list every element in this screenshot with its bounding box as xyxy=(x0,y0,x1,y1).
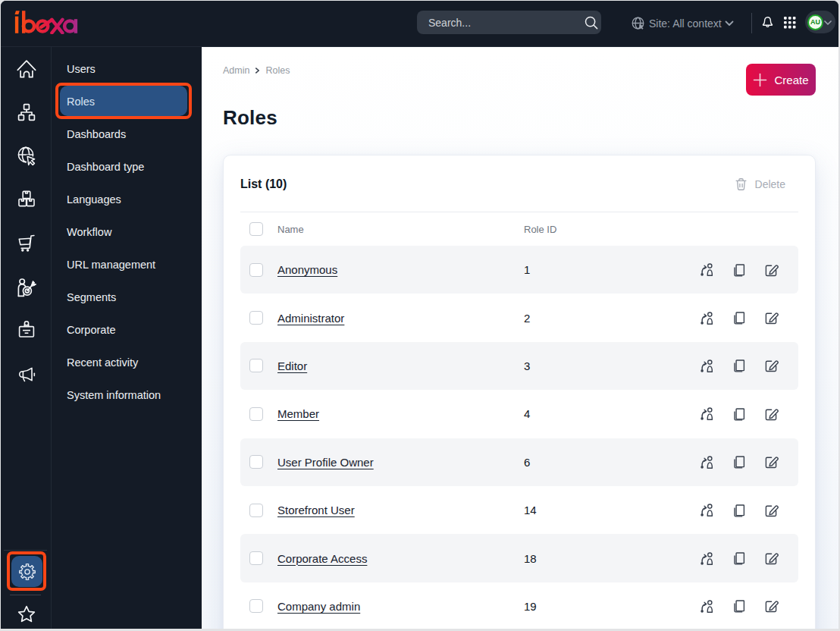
content-tree-icon[interactable] xyxy=(1,96,52,129)
sidebar-item-languages[interactable]: Languages xyxy=(52,183,202,215)
sidebar-item-corporate[interactable]: Corporate xyxy=(52,313,202,346)
copy-icon[interactable] xyxy=(732,551,747,566)
role-id: 1 xyxy=(524,263,530,276)
breadcrumb: Admin Roles xyxy=(223,65,290,76)
edit-icon[interactable] xyxy=(763,407,779,422)
breadcrumb-chevron-icon xyxy=(255,67,260,74)
app-window: Site: All context AU xyxy=(1,1,838,629)
marketing-megaphone-icon[interactable] xyxy=(1,356,52,390)
edit-icon[interactable] xyxy=(763,598,779,614)
create-button[interactable]: Create xyxy=(746,64,816,96)
assign-users-icon[interactable] xyxy=(699,551,715,567)
edit-icon[interactable] xyxy=(763,503,779,518)
sidebar-item-dashboard-type[interactable]: Dashboard type xyxy=(52,150,202,183)
edit-icon[interactable] xyxy=(763,358,779,373)
row-checkbox[interactable] xyxy=(249,311,263,325)
assign-users-icon[interactable] xyxy=(699,502,715,518)
bookmarks-star-icon[interactable] xyxy=(1,604,52,625)
role-link[interactable]: Administrator xyxy=(277,312,344,325)
role-link[interactable]: User Profile Owner xyxy=(277,456,374,469)
sidebar-item-dashboards[interactable]: Dashboards xyxy=(52,118,202,150)
assign-users-icon[interactable] xyxy=(699,406,715,422)
app-switcher-grid-icon[interactable] xyxy=(784,17,796,29)
commerce-cart-icon[interactable] xyxy=(1,225,52,259)
table-row: Editor 3 xyxy=(240,342,798,390)
copy-icon[interactable] xyxy=(732,407,747,422)
dashboard-home-icon[interactable] xyxy=(1,52,52,86)
topbar: Site: All context AU xyxy=(1,1,838,46)
assign-users-icon[interactable] xyxy=(699,310,715,326)
assign-users-icon[interactable] xyxy=(699,598,715,614)
assign-users-icon[interactable] xyxy=(699,358,715,374)
sidebar-item-system-information[interactable]: System information xyxy=(52,378,202,411)
role-id: 6 xyxy=(524,456,530,469)
breadcrumb-admin[interactable]: Admin xyxy=(223,65,249,76)
copy-icon[interactable] xyxy=(732,262,747,278)
site-context-chevron-down-icon[interactable] xyxy=(725,20,734,27)
roles-list-card: List (10) Delete Name xyxy=(223,155,816,629)
main-content: Admin Roles Create Roles List (10) xyxy=(202,47,838,629)
row-checkbox[interactable] xyxy=(249,504,263,517)
row-checkbox[interactable] xyxy=(249,263,263,277)
table-row: Administrator 2 xyxy=(240,294,798,341)
search-icon[interactable] xyxy=(584,15,599,30)
notifications-bell-icon[interactable] xyxy=(761,16,774,29)
row-checkbox[interactable] xyxy=(249,551,263,565)
edit-icon[interactable] xyxy=(763,454,779,469)
copy-icon[interactable] xyxy=(732,310,747,325)
ibexa-logo[interactable] xyxy=(14,10,78,34)
avatar: AU xyxy=(807,14,823,30)
sidebar-item-roles[interactable]: Roles xyxy=(52,85,202,118)
row-checkbox[interactable] xyxy=(249,407,263,421)
rail-divider xyxy=(4,550,47,551)
sidebar-item-users[interactable]: Users xyxy=(52,52,202,85)
sidebar-item-recent-activity[interactable]: Recent activity xyxy=(52,346,202,378)
customers-segment-target-icon[interactable] xyxy=(1,270,52,303)
table-row: Company admin 19 xyxy=(240,582,798,629)
sidebar-item-admin-settings[interactable] xyxy=(11,556,42,587)
row-checkbox[interactable] xyxy=(249,599,263,613)
trash-icon xyxy=(735,177,748,191)
user-menu[interactable]: AU xyxy=(805,11,835,33)
role-link[interactable]: Editor xyxy=(277,359,307,372)
copy-icon[interactable] xyxy=(732,503,747,518)
row-checkbox[interactable] xyxy=(249,359,263,372)
select-all-checkbox[interactable] xyxy=(249,222,263,236)
breadcrumb-roles[interactable]: Roles xyxy=(265,65,290,76)
edit-icon[interactable] xyxy=(763,551,779,566)
site-context-label[interactable]: Site: All context xyxy=(649,1,722,46)
page-title: Roles xyxy=(223,106,277,130)
role-id: 4 xyxy=(524,407,530,420)
role-link[interactable]: Storefront User xyxy=(277,504,355,516)
search-box xyxy=(417,11,601,34)
table-row: Corporate Access 18 xyxy=(240,534,798,582)
site-globe-icon[interactable] xyxy=(1,139,52,172)
row-checkbox[interactable] xyxy=(249,455,263,469)
corporate-badge-icon[interactable] xyxy=(1,313,52,347)
copy-icon[interactable] xyxy=(732,598,747,614)
sidebar-item-segments[interactable]: Segments xyxy=(52,281,202,313)
copy-icon[interactable] xyxy=(732,454,747,469)
table-row: User Profile Owner 6 xyxy=(240,438,798,486)
site-context-globe-icon xyxy=(631,16,645,30)
table-row: Anonymous 1 xyxy=(240,246,798,294)
search-input[interactable] xyxy=(417,17,584,29)
edit-icon[interactable] xyxy=(763,310,779,325)
rail-divider-2 xyxy=(10,595,41,595)
role-link[interactable]: Member xyxy=(277,407,319,420)
products-boxes-icon[interactable] xyxy=(1,182,52,215)
assign-users-icon[interactable] xyxy=(699,262,715,278)
sidebar-item-url-management[interactable]: URL management xyxy=(52,248,202,281)
plus-icon xyxy=(753,73,767,87)
role-id: 3 xyxy=(524,359,530,372)
edit-icon[interactable] xyxy=(763,262,779,278)
role-link[interactable]: Anonymous xyxy=(277,263,337,276)
assign-users-icon[interactable] xyxy=(699,454,715,470)
role-id: 19 xyxy=(524,600,537,613)
sidebar-item-workflow[interactable]: Workflow xyxy=(52,215,202,248)
copy-icon[interactable] xyxy=(732,358,747,373)
role-link[interactable]: Corporate Access xyxy=(277,552,367,565)
delete-button[interactable]: Delete xyxy=(735,177,785,191)
role-link[interactable]: Company admin xyxy=(277,600,360,613)
icon-rail xyxy=(1,47,52,629)
